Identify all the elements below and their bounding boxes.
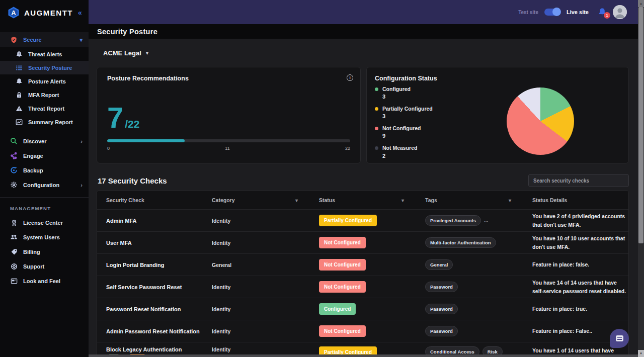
sidebar-item-secure[interactable]: Secure ▾ (0, 32, 89, 47)
sidebar-item-security-posture[interactable]: Security Posture (0, 61, 89, 74)
vertical-scrollbar[interactable]: ▲ ▼ (638, 0, 644, 357)
column-header-status-details: Status Details (523, 197, 628, 203)
lifebuoy-icon (10, 262, 18, 270)
legend-label: Not Configured (382, 125, 421, 132)
sidebar-item-label: Backup (23, 167, 83, 173)
legend-dot (375, 146, 378, 150)
scrollbar-thumb[interactable] (638, 7, 643, 243)
sidebar-item-label: Support (23, 263, 83, 270)
page-header: Security Posture (89, 24, 638, 39)
check-category: Identity (203, 284, 310, 290)
column-header-tags[interactable]: Tags▾ (416, 197, 523, 203)
sidebar-item-label: Threat Alerts (28, 51, 62, 57)
sidebar-item-threat-alerts[interactable]: Threat Alerts (0, 47, 89, 61)
backup-restore-icon (10, 166, 18, 174)
table-row[interactable]: Self Service Password Reset Identity Not… (97, 276, 628, 298)
brand-logo[interactable]: A AUGMENTT « (0, 0, 89, 25)
pie-legend: Configured 3 Partially Configured 3 Not … (375, 86, 433, 159)
tag-pill: General (425, 259, 453, 270)
column-header-status[interactable]: Status▾ (310, 197, 416, 203)
user-avatar[interactable] (613, 5, 627, 19)
search-input[interactable] (528, 174, 629, 187)
users-icon (10, 233, 18, 241)
sidebar-item-license-center[interactable]: License Center (0, 215, 89, 230)
table-row[interactable]: Password Reset Notification Identity Con… (97, 298, 628, 320)
svg-text:A: A (11, 9, 16, 17)
sidebar-item-look-and-feel[interactable]: Look and Feel (0, 274, 89, 288)
topbar: Test site Live site 1 (89, 0, 644, 24)
sidebar-item-mfa-report[interactable]: MFA Report (0, 88, 89, 102)
notifications-button[interactable]: 1 (598, 8, 607, 17)
bell-icon (15, 77, 23, 85)
status-badge: Not Configured (319, 237, 366, 248)
augmentt-logo-icon: A (7, 6, 20, 19)
sidebar-item-engage[interactable]: Engage (0, 148, 89, 163)
sidebar-item-backup[interactable]: Backup (0, 163, 89, 177)
test-site-label: Test site (518, 10, 538, 15)
site-toggle[interactable] (544, 9, 560, 16)
chart-line-icon (15, 118, 23, 126)
page-title: Security Posture (97, 28, 157, 36)
sidebar-item-label: System Users (23, 234, 83, 240)
chevron-down-icon[interactable]: ▾ (509, 198, 511, 203)
sidebar-item-discover[interactable]: Discover › (0, 134, 89, 148)
chevron-down-icon[interactable]: ▾ (401, 198, 404, 203)
legend-item-partially-configured: Partially Configured 3 (375, 106, 433, 119)
live-site-label: Live site (567, 9, 589, 15)
scroll-up-button[interactable]: ▲ (638, 0, 644, 7)
legend-dot (375, 127, 378, 130)
legend-label: Configured (382, 86, 411, 93)
info-icon[interactable]: i (347, 74, 353, 81)
posture-progress-fill (107, 139, 185, 142)
sidebar-collapse-icon[interactable]: « (78, 9, 82, 17)
posture-progress-track (107, 139, 350, 142)
check-category: Identity (203, 306, 310, 312)
tags-overflow: ... (484, 218, 488, 223)
legend-value: 9 (382, 133, 421, 139)
tag-pill: Privileged Accounts (425, 215, 481, 226)
sidebar-item-support[interactable]: Support (0, 259, 89, 274)
table-row[interactable]: Admin Password Reset Notification Identi… (97, 320, 628, 342)
sidebar-item-posture-alerts[interactable]: Posture Alerts (0, 74, 89, 88)
tick-max: 22 (345, 146, 350, 151)
check-category: Identity (203, 240, 310, 246)
check-name: Self Service Password Reset (97, 284, 203, 290)
legend-value: 3 (382, 94, 411, 100)
check-category: Identity (203, 328, 310, 334)
scroll-down-button[interactable]: ▼ (638, 350, 644, 357)
sidebar-item-configuration[interactable]: Configuration › (0, 177, 89, 192)
horizontal-scrollbar[interactable] (89, 354, 638, 357)
sidebar-item-summary-report[interactable]: Summary Report (0, 115, 89, 129)
configuration-status-card: Configuration Status Configured 3 Partia… (366, 67, 629, 163)
status-badge: Not Configured (319, 259, 366, 271)
legend-label: Partially Configured (382, 106, 433, 112)
chevron-down-icon[interactable]: ▾ (295, 198, 298, 203)
client-selector[interactable]: ACME Legal ▾ (97, 39, 629, 67)
legend-item-not-measured: Not Measured 2 (375, 145, 433, 158)
chevron-right-icon: › (80, 182, 83, 188)
chat-widget-button[interactable] (610, 329, 629, 348)
status-badge: Not Configured (319, 325, 366, 337)
chevron-down-icon: ▾ (146, 50, 149, 56)
status-badge: Partially Configured (319, 215, 377, 226)
sidebar-item-system-users[interactable]: System Users (0, 230, 89, 244)
sidebar-item-label: Look and Feel (23, 278, 83, 284)
table-row[interactable]: Login Portal Branding General Not Config… (97, 253, 628, 276)
sidebar-item-billing[interactable]: Billing (0, 244, 89, 259)
legend-value: 2 (382, 153, 417, 159)
column-header-category[interactable]: Category▾ (203, 197, 310, 203)
table-row[interactable]: Admin MFA Identity Partially Configured … (97, 209, 628, 231)
table-header-row: Security Check Category▾ Status▾ Tags▾ S… (97, 191, 628, 209)
sidebar-item-threat-report[interactable]: Threat Report (0, 102, 89, 115)
check-name: User MFA (97, 240, 203, 246)
column-header-security-check: Security Check (97, 197, 203, 203)
legend-label: Not Measured (382, 145, 417, 151)
table-row[interactable]: User MFA Identity Not Configured Multi-f… (97, 231, 628, 253)
tag-pill: Multi-factor Authentication (425, 237, 496, 248)
notification-count-badge: 1 (604, 12, 610, 19)
tag-pill: Password (425, 326, 458, 336)
list-icon (15, 64, 23, 71)
gear-icon (10, 181, 18, 189)
check-name: Admin Password Reset Notification (97, 328, 203, 334)
management-section-label: MANAGEMENT (0, 198, 89, 215)
